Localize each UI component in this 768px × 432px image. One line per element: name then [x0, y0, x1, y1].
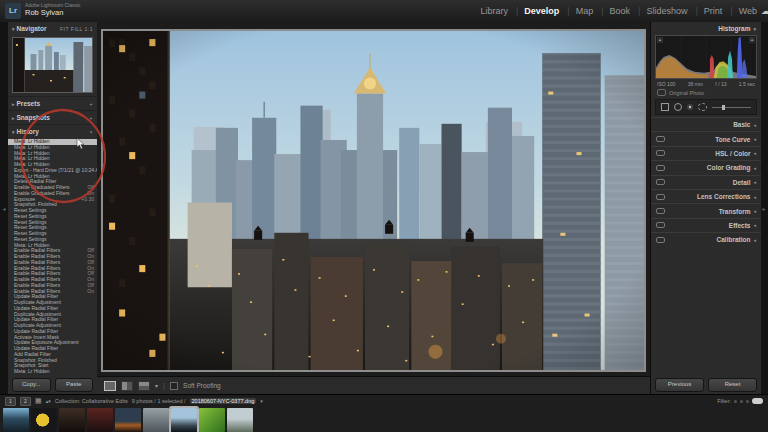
loupe-view-icon[interactable]	[104, 381, 116, 391]
history-step-value	[91, 369, 94, 375]
second-window-icon[interactable]: 2	[20, 397, 31, 406]
filmstrip-thumbnail[interactable]	[31, 408, 57, 432]
panel-section-label: Basic	[733, 121, 750, 128]
filter-flag-icon[interactable]	[734, 400, 737, 403]
shadow-clipping-icon[interactable]: ▲	[657, 37, 663, 43]
highlight-clipping-icon[interactable]: ▲	[749, 37, 755, 43]
module-tab[interactable]: Slideshow	[631, 6, 688, 16]
panel-section-header[interactable]: Tone Curve ◂	[651, 131, 761, 145]
panel-section-header[interactable]: Lens Corrections ◂	[651, 189, 761, 203]
presets-header[interactable]: ▸ Presets +	[8, 96, 97, 110]
panel-section-header[interactable]: Effects ◂	[651, 218, 761, 232]
filmstrip-thumbnail[interactable]	[143, 408, 169, 432]
navigator-zoom-options[interactable]: FIT FILL 1:1	[60, 26, 93, 32]
collection-breadcrumb[interactable]: Collection: Collaborative Edits	[55, 398, 128, 404]
exif-info: ISO 100 38 mm f / 13 1.5 sec	[651, 79, 761, 87]
histogram[interactable]: ▲ ▲	[655, 35, 757, 79]
soft-proofing-checkbox[interactable]	[170, 382, 178, 390]
filmstrip-thumbnail[interactable]	[115, 408, 141, 432]
reset-button[interactable]: Reset	[708, 378, 757, 392]
filter-label: Filter:	[717, 398, 731, 404]
histogram-header[interactable]: Histogram ▾	[651, 22, 761, 35]
navigator-header[interactable]: ▾ Navigator FIT FILL 1:1	[8, 22, 97, 35]
filter-star-icon[interactable]	[740, 400, 743, 403]
panel-section-header[interactable]: HSL / Color ◂	[651, 146, 761, 160]
filmstrip-info-bar: 1 2 ▦ ▴▾ Collection: Collaborative Edits…	[0, 395, 768, 407]
redeye-tool-icon[interactable]	[687, 104, 693, 110]
filmstrip-thumbnail[interactable]	[3, 408, 29, 432]
panel-section-header[interactable]: Calibration ◂	[651, 232, 761, 246]
filmstrip-thumbnail[interactable]	[227, 408, 253, 432]
previous-button[interactable]: Previous	[655, 378, 704, 392]
before-after-dropdown-icon[interactable]: ▾	[155, 382, 158, 389]
panel-toggle-switch[interactable]	[656, 150, 665, 156]
selected-filename[interactable]: 20180607-NYC-0377.dng	[190, 398, 257, 404]
main-content: ▾ | Soft Proofing	[97, 22, 650, 394]
photo-count: 9 photos / 1 selected /	[132, 398, 186, 404]
proof-toggle-icon	[657, 89, 666, 96]
panel-toggle-switch[interactable]	[656, 165, 665, 171]
prev-next-arrows-icon[interactable]: ▴▾	[46, 397, 51, 405]
history-header[interactable]: ▾ History ×	[8, 124, 97, 138]
module-tab[interactable]: Library	[479, 6, 509, 16]
disclosure-triangle-icon: ◂	[753, 179, 756, 185]
snapshots-header[interactable]: ▸ Snapshots +	[8, 110, 97, 124]
add-snapshot-icon[interactable]: +	[90, 115, 93, 121]
masking-tool-icon[interactable]	[698, 103, 707, 111]
healing-tool-icon[interactable]	[674, 103, 682, 111]
disclosure-triangle-icon: ▸	[12, 101, 15, 107]
filmstrip-thumbnail[interactable]	[199, 408, 225, 432]
filter-switch[interactable]	[752, 398, 763, 404]
clear-history-icon[interactable]: ×	[90, 129, 93, 135]
panel-section-label: Tone Curve	[715, 136, 750, 143]
exif-shutter: 1.5 sec	[739, 81, 755, 87]
module-tab[interactable]: Web	[723, 6, 758, 16]
panel-toggle-switch[interactable]	[656, 208, 665, 214]
grid-view-icon[interactable]: ▦	[35, 397, 42, 405]
snapshots-title: Snapshots	[17, 114, 50, 121]
module-tab[interactable]: Book	[594, 6, 631, 16]
chevron-down-icon[interactable]: ▾	[260, 397, 263, 405]
navigator-preview[interactable]	[12, 37, 93, 93]
panel-section-header[interactable]: Transform ◂	[651, 203, 761, 217]
panel-toggle-switch[interactable]	[656, 136, 665, 142]
tool-slider[interactable]	[712, 107, 751, 108]
panel-section-label: Detail	[733, 179, 751, 186]
presets-title: Presets	[17, 100, 41, 107]
filmstrip-thumbnail[interactable]	[87, 408, 113, 432]
panel-toggle-switch[interactable]	[656, 237, 665, 243]
exif-aperture: f / 13	[715, 81, 726, 87]
photo-canvas[interactable]	[103, 31, 644, 370]
panel-toggle-switch[interactable]	[656, 222, 665, 228]
history-step[interactable]: Meta: Lr Hidden	[8, 369, 97, 375]
add-preset-icon[interactable]: +	[90, 101, 93, 107]
module-tab[interactable]: Develop	[509, 6, 560, 16]
filter-color-icon[interactable]	[746, 400, 749, 403]
before-after-leftright-icon[interactable]	[121, 381, 133, 391]
original-photo-row[interactable]: Original Photo	[651, 87, 761, 98]
cloud-sync-icon[interactable]: ☁	[761, 6, 768, 16]
panel-toggle-switch[interactable]	[656, 179, 665, 185]
before-after-topbottom-icon[interactable]	[138, 381, 150, 391]
filmstrip-thumbnail[interactable]	[171, 408, 197, 432]
panel-section-header[interactable]: Color Grading ◂	[651, 160, 761, 174]
left-panel-collapse-arrow[interactable]: ◂	[0, 22, 8, 394]
crop-tool-icon[interactable]	[661, 103, 669, 111]
main-window-icon[interactable]: 1	[5, 397, 16, 406]
paste-button[interactable]: Paste	[55, 378, 94, 392]
module-picker: LibraryDevelopMapBookSlideshowPrintWeb	[479, 0, 758, 22]
module-tab[interactable]: Map	[560, 6, 594, 16]
develop-toolbar: ▾ | Soft Proofing	[97, 376, 650, 394]
panel-section-header[interactable]: Detail ◂	[651, 175, 761, 189]
navigator-preview-image	[13, 38, 92, 92]
disclosure-triangle-icon: ◂	[753, 208, 756, 214]
original-photo-label: Original Photo	[669, 90, 704, 96]
panel-section-header[interactable]: Basic ◂	[651, 117, 761, 131]
panel-toggle-switch[interactable]	[656, 194, 665, 200]
filmstrip-thumbnail[interactable]	[59, 408, 85, 432]
identity-plate[interactable]: Adobe Lightroom Classic Rob Sylvan	[25, 3, 81, 17]
disclosure-triangle-icon: ◂	[753, 122, 756, 128]
copy-button[interactable]: Copy...	[12, 378, 51, 392]
module-tab[interactable]: Print	[688, 6, 723, 16]
right-panel-collapse-arrow[interactable]: ▸	[760, 22, 768, 394]
